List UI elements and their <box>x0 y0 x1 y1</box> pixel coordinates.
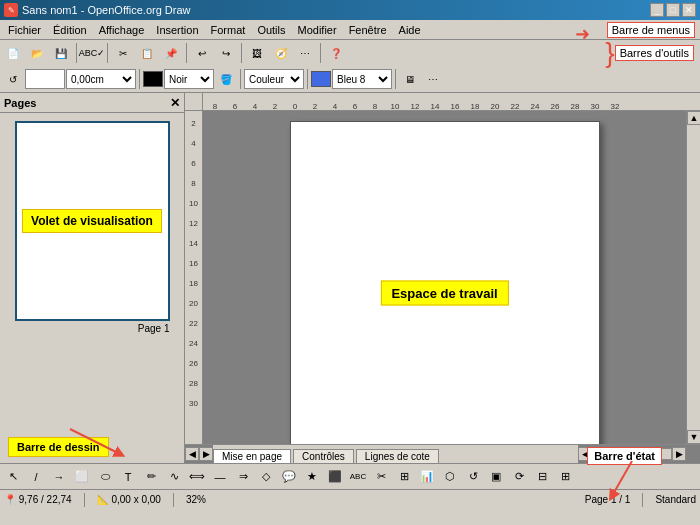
status-left: 📍 9,76 / 22,74 📐 0,00 x 0,00 32% <box>4 493 206 507</box>
barre-dessin-annotation: Barre de dessin <box>8 437 109 457</box>
scrollbar-corner <box>686 445 700 463</box>
arrow2-tool[interactable]: ⇒ <box>232 466 254 488</box>
cut-btn[interactable]: ✂ <box>112 42 134 64</box>
undo-btn[interactable]: ↩ <box>191 42 213 64</box>
paste-btn[interactable]: 📌 <box>160 42 182 64</box>
style-select[interactable]: Couleur <box>244 69 304 89</box>
flowchart-tool[interactable]: ◇ <box>255 466 277 488</box>
ruler-marks-h: 8 6 4 2 0 2 4 6 8 10 12 14 16 18 <box>203 93 686 111</box>
line2-tool[interactable]: — <box>209 466 231 488</box>
line-tool[interactable]: / <box>25 466 47 488</box>
sep9 <box>395 69 396 89</box>
status-sep1 <box>84 493 85 507</box>
tab-scroll-right[interactable]: ▶ <box>199 447 213 461</box>
text-tool[interactable]: T <box>117 466 139 488</box>
menu-fenetre[interactable]: Fenêtre <box>343 22 393 38</box>
style-info: Standard <box>655 494 696 505</box>
blue-select[interactable]: Bleu 8 <box>332 69 392 89</box>
fill-btn[interactable]: 🪣 <box>215 68 237 90</box>
star-tool[interactable]: ★ <box>301 466 323 488</box>
page-canvas: Espace de travail <box>290 121 600 444</box>
insert-chart-tool[interactable]: 📊 <box>416 466 438 488</box>
shadow-btn[interactable]: 🖥 <box>399 68 421 90</box>
more2-btn[interactable]: ⋯ <box>422 68 444 90</box>
toolbar-row-1: 📄 📂 💾 ABC✓ ✂ 📋 📌 ↩ ↪ 🖼 🧭 ⋯ ❓ } Barres d'… <box>0 40 700 66</box>
scrollbar-vertical[interactable]: ▲ ▼ <box>686 111 700 444</box>
menu-affichage[interactable]: Affichage <box>93 22 151 38</box>
toggle-extrusion[interactable]: ↺ <box>462 466 484 488</box>
rotation-input[interactable] <box>25 69 65 89</box>
rotate-left-btn[interactable]: ↺ <box>2 68 24 90</box>
color-black-block <box>143 71 163 87</box>
rect-tool[interactable]: ⬜ <box>71 466 93 488</box>
menu-modifier[interactable]: Modifier <box>292 22 343 38</box>
insert-table-tool[interactable]: ⊞ <box>393 466 415 488</box>
redo-btn[interactable]: ↪ <box>215 42 237 64</box>
page-thumbnail[interactable]: Volet de visualisation <box>15 121 170 321</box>
maximize-button[interactable]: □ <box>666 3 680 17</box>
pages-header: Pages ✕ <box>0 93 184 113</box>
zoom-level: 32% <box>186 494 206 505</box>
freehand-tool[interactable]: ✏ <box>140 466 162 488</box>
open-btn[interactable]: 📂 <box>26 42 48 64</box>
insert-obj-tool[interactable]: ⬡ <box>439 466 461 488</box>
menu-insertion[interactable]: Insertion <box>150 22 204 38</box>
ellipse-tool[interactable]: ⬭ <box>94 466 116 488</box>
tab-controles[interactable]: Contrôles <box>293 449 354 463</box>
select-tool[interactable]: ↖ <box>2 466 24 488</box>
status-bar: 📍 9,76 / 22,74 📐 0,00 x 0,00 32% Page 1 … <box>0 489 700 509</box>
title-bar: ✎ Sans nom1 - OpenOffice.org Draw _ □ ✕ <box>0 0 700 20</box>
scroll-right-button[interactable]: ▶ <box>672 447 686 461</box>
nav-btn[interactable]: 🧭 <box>270 42 292 64</box>
menu-outils[interactable]: Outils <box>251 22 291 38</box>
menu-bar: Fichier Édition Affichage Insertion Form… <box>0 20 700 40</box>
close-button[interactable]: ✕ <box>682 3 696 17</box>
fontwork-tool[interactable]: ABC <box>347 466 369 488</box>
scroll-tab-btns: ◀ ▶ <box>185 445 213 463</box>
menu-format[interactable]: Format <box>205 22 252 38</box>
rotation-tool[interactable]: ⟳ <box>508 466 530 488</box>
shadow-tool[interactable]: ▣ <box>485 466 507 488</box>
scroll-track-v <box>687 125 700 430</box>
barre-etat-annotation: Barre d'état <box>587 447 662 465</box>
color-select[interactable]: Noir <box>164 69 214 89</box>
copy-btn[interactable]: 📋 <box>136 42 158 64</box>
scroll-up-button[interactable]: ▲ <box>687 111 700 125</box>
sep1 <box>76 43 77 63</box>
ruler-vertical: 2 4 6 8 10 12 14 16 18 20 22 24 26 28 30 <box>185 111 203 444</box>
barres-outils-annotation: Barres d'outils <box>615 45 694 61</box>
align-tool[interactable]: ⊟ <box>531 466 553 488</box>
canvas-content[interactable]: Espace de travail <box>203 111 686 444</box>
curve-tool[interactable]: ∿ <box>163 466 185 488</box>
sep2 <box>107 43 108 63</box>
save-btn[interactable]: 💾 <box>50 42 72 64</box>
scroll-down-button[interactable]: ▼ <box>687 430 700 444</box>
help-btn[interactable]: ❓ <box>325 42 347 64</box>
gallery-btn[interactable]: 🖼 <box>246 42 268 64</box>
rect2-tool[interactable]: ⬛ <box>324 466 346 488</box>
tab-mise-en-page[interactable]: Mise en page <box>213 449 291 463</box>
menu-fichier[interactable]: Fichier <box>2 22 47 38</box>
arrow-tool[interactable]: → <box>48 466 70 488</box>
new-btn[interactable]: 📄 <box>2 42 24 64</box>
more-btn[interactable]: ⋯ <box>294 42 316 64</box>
distribute-tool[interactable]: ⊞ <box>554 466 576 488</box>
main-area: Pages ✕ Volet de visualisation Page 1 8 … <box>0 93 700 463</box>
callout-tool[interactable]: 💬 <box>278 466 300 488</box>
spell-btn[interactable]: ABC✓ <box>81 42 103 64</box>
sep4 <box>241 43 242 63</box>
unit-select[interactable]: 0,00cm <box>66 69 136 89</box>
menu-edition[interactable]: Édition <box>47 22 93 38</box>
menu-aide[interactable]: Aide <box>393 22 427 38</box>
tab-lignes-de-cote[interactable]: Lignes de cote <box>356 449 439 463</box>
sep6 <box>139 69 140 89</box>
minimize-button[interactable]: _ <box>650 3 664 17</box>
pages-title: Pages <box>4 97 36 109</box>
brace-icon: } <box>605 39 614 67</box>
tab-scroll-left[interactable]: ◀ <box>185 447 199 461</box>
page-info: Page 1 / 1 <box>585 494 631 505</box>
draw-toolbar: ↖ / → ⬜ ⬭ T ✏ ∿ ⟺ — ⇒ ◇ 💬 ★ ⬛ ABC ✂ ⊞ 📊 … <box>0 463 700 489</box>
crop-tool[interactable]: ✂ <box>370 466 392 488</box>
pages-close-button[interactable]: ✕ <box>170 96 180 110</box>
connector-tool[interactable]: ⟺ <box>186 466 208 488</box>
